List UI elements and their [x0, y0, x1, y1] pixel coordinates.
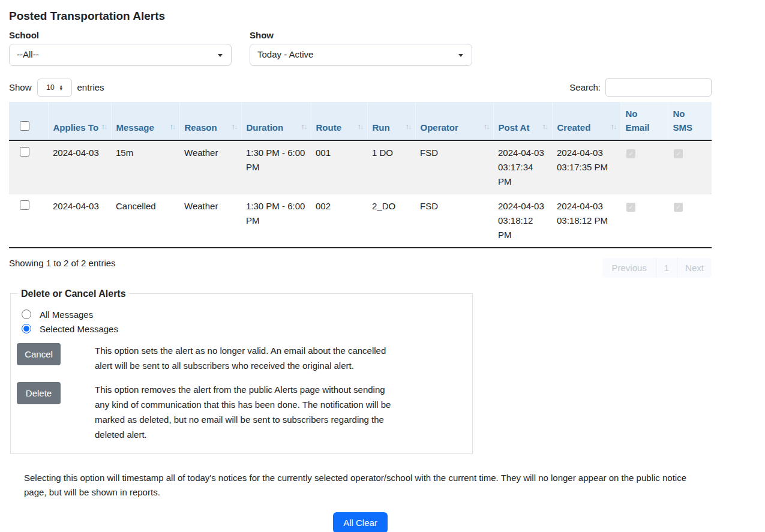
- column-label: Message: [116, 122, 154, 133]
- column-header-message[interactable]: Message ↑↓: [111, 102, 179, 140]
- chevron-down-icon: [458, 54, 463, 57]
- search-label: Search:: [569, 82, 601, 92]
- show-filter-group: Show Today - Active: [250, 30, 472, 66]
- column-label: Operator: [421, 122, 458, 133]
- sort-icon: ↑↓: [484, 121, 489, 133]
- page-length-value: 10: [46, 83, 54, 92]
- selected-messages-option: Selected Messages: [22, 324, 466, 334]
- cell-post-at: 2024-04-03 03:17:34 PM: [493, 140, 552, 194]
- column-header-no-email: No Email: [620, 102, 668, 140]
- all-messages-label: All Messages: [40, 309, 93, 320]
- sort-icon: ↑↓: [301, 121, 307, 133]
- all-messages-option: All Messages: [22, 309, 466, 320]
- no-email-checkbox-checked-disabled: ✓: [626, 149, 635, 158]
- spinner-arrows-icon: ▴▾: [60, 85, 62, 91]
- search-input[interactable]: [605, 78, 712, 97]
- selected-messages-radio[interactable]: [22, 324, 31, 333]
- cancel-description: This option sets the alert as no longer …: [95, 343, 398, 373]
- column-label: No Email: [626, 109, 650, 133]
- no-email-checkbox-checked-disabled: ✓: [626, 203, 635, 212]
- page-container: Posted Transportation Alerts School --Al…: [0, 0, 712, 532]
- column-header-post-at[interactable]: Post At ↑↓: [493, 102, 552, 140]
- cell-reason: Weather: [179, 194, 241, 248]
- selected-messages-label: Selected Messages: [40, 324, 118, 334]
- show-select[interactable]: Today - Active: [250, 44, 472, 66]
- pagination-previous[interactable]: Previous: [602, 258, 655, 278]
- pagination-page-1[interactable]: 1: [656, 258, 677, 278]
- cell-duration: 1:30 PM - 6:00 PM: [241, 140, 311, 194]
- column-label: Applies To: [53, 122, 99, 133]
- cell-created: 2024-04-03 03:17:35 PM: [552, 140, 620, 194]
- show-select-value: Today - Active: [257, 49, 313, 59]
- cell-applies-to: 2024-04-03: [48, 140, 111, 194]
- all-messages-radio[interactable]: [22, 309, 31, 319]
- table-footer: Showing 1 to 2 of 2 entries Previous 1 N…: [9, 258, 712, 278]
- cell-route: 001: [311, 140, 367, 194]
- pagination-next[interactable]: Next: [677, 258, 712, 278]
- all-clear-note: Selecting this option will timestamp all…: [24, 471, 687, 501]
- page-length-select[interactable]: 10 ▴▾: [37, 79, 72, 97]
- page-length-control: Show 10 ▴▾ entries: [9, 79, 104, 97]
- column-label: Run: [373, 122, 390, 133]
- column-header-reason[interactable]: Reason ↑↓: [179, 102, 241, 140]
- all-clear-button[interactable]: All Clear: [333, 512, 388, 532]
- cancel-option-row: Cancel This option sets the alert as no …: [17, 343, 466, 373]
- cell-run: 1 DO: [367, 140, 415, 194]
- cell-applies-to: 2024-04-03: [48, 194, 111, 248]
- cell-operator: FSD: [415, 140, 493, 194]
- column-header-applies-to[interactable]: Applies To ↑↓: [48, 102, 111, 140]
- sort-icon: ↑↓: [101, 121, 107, 133]
- cell-message: Cancelled: [111, 194, 179, 248]
- show-label: Show: [250, 30, 472, 40]
- sort-icon: ↑↓: [358, 121, 363, 133]
- cell-post-at: 2024-04-03 03:18:12 PM: [493, 194, 552, 248]
- no-sms-checkbox-checked-disabled: ✓: [674, 203, 683, 212]
- column-label: Post At: [499, 122, 530, 133]
- pagination: Previous 1 Next: [602, 258, 712, 278]
- delete-option-row: Delete This option removes the alert fro…: [17, 382, 466, 443]
- school-select[interactable]: --All--: [9, 44, 232, 66]
- table-row: 2024-04-03 Cancelled Weather 1:30 PM - 6…: [9, 194, 712, 248]
- select-all-checkbox[interactable]: [20, 121, 29, 131]
- fieldset-legend: Delete or Cancel Alerts: [18, 288, 129, 299]
- cell-operator: FSD: [415, 194, 493, 248]
- column-label: Created: [557, 122, 591, 133]
- delete-button[interactable]: Delete: [17, 382, 61, 404]
- row-select-checkbox[interactable]: [20, 147, 29, 157]
- column-label: No SMS: [673, 109, 693, 133]
- sort-icon: ↑↓: [406, 121, 411, 133]
- cell-message: 15m: [111, 140, 179, 194]
- school-select-value: --All--: [17, 49, 39, 59]
- column-header-route[interactable]: Route ↑↓: [311, 102, 367, 140]
- delete-cancel-fieldset: Delete or Cancel Alerts All Messages Sel…: [10, 288, 473, 454]
- delete-description: This option removes the alert from the p…: [95, 382, 398, 443]
- cell-created: 2024-04-03 03:18:12 PM: [552, 194, 620, 248]
- table-row: 2024-04-03 15m Weather 1:30 PM - 6:00 PM…: [9, 140, 712, 194]
- cell-duration: 1:30 PM - 6:00 PM: [241, 194, 311, 248]
- sort-icon: ↑↓: [542, 121, 548, 133]
- table-info: Showing 1 to 2 of 2 entries: [9, 258, 116, 268]
- school-label: School: [9, 30, 232, 40]
- sort-icon: ↑↓: [170, 121, 175, 133]
- search-control: Search:: [569, 78, 712, 97]
- column-label: Reason: [185, 122, 217, 133]
- column-header-run[interactable]: Run ↑↓: [367, 102, 415, 140]
- column-header-duration[interactable]: Duration ↑↓: [241, 102, 311, 140]
- all-clear-button-container: All Clear: [9, 512, 712, 532]
- length-prefix-label: Show: [9, 82, 32, 92]
- column-header-operator[interactable]: Operator ↑↓: [415, 102, 493, 140]
- column-header-created[interactable]: Created ↑↓: [552, 102, 620, 140]
- page-title: Posted Transportation Alerts: [9, 10, 712, 23]
- sort-icon: ↑↓: [611, 121, 616, 133]
- select-all-header-cell: [9, 102, 48, 140]
- table-controls: Show 10 ▴▾ entries Search:: [9, 78, 712, 97]
- length-suffix-label: entries: [77, 82, 104, 92]
- row-select-checkbox[interactable]: [20, 200, 29, 210]
- column-label: Duration: [247, 122, 284, 133]
- cell-route: 002: [311, 194, 367, 248]
- table-body: 2024-04-03 15m Weather 1:30 PM - 6:00 PM…: [9, 140, 712, 248]
- no-sms-checkbox-checked-disabled: ✓: [674, 149, 683, 158]
- filter-bar: School --All-- Show Today - Active: [9, 30, 712, 66]
- cancel-button[interactable]: Cancel: [17, 343, 61, 365]
- column-header-no-sms: No SMS: [668, 102, 712, 140]
